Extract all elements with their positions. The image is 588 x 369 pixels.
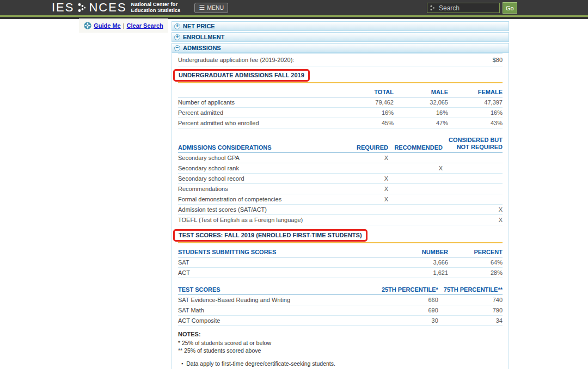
row-value: 690: [374, 305, 438, 316]
row-label: Recommendations: [178, 184, 334, 194]
expand-icon: +: [174, 34, 180, 40]
table-header-row: TEST SCORES 25TH PERCENTILE* 75TH PERCEN…: [178, 285, 503, 295]
row-value: 1,621: [394, 268, 448, 278]
row-value: [334, 205, 388, 215]
table-row: Percent admitted who enrolled45%47%43%: [178, 118, 503, 128]
search-input[interactable]: [438, 4, 497, 13]
row-label: Percent admitted who enrolled: [178, 118, 339, 128]
table-header-row: TOTAL MALE FEMALE: [178, 87, 503, 97]
logo-nces-text: NCES: [89, 2, 126, 14]
row-value: 43%: [448, 118, 503, 128]
note-bullet: Data apply to first-time degree/certific…: [181, 360, 503, 368]
column-header: TOTAL: [339, 87, 394, 97]
row-value: [443, 194, 503, 205]
row-value: 79,462: [339, 97, 394, 108]
row-value: [334, 163, 388, 174]
expand-icon: +: [174, 23, 180, 29]
column-header: MALE: [394, 87, 448, 97]
section-label: NET PRICE: [183, 23, 215, 29]
logo-ies-text: IES: [52, 2, 74, 14]
institution-detail-panel: + NET PRICE + ENROLLMENT − ADMISSIONS Un…: [171, 21, 509, 369]
table-row: Secondary school recordX: [178, 174, 503, 184]
row-label: TOEFL (Test of English as a Foreign lang…: [178, 215, 334, 225]
go-button[interactable]: Go: [503, 2, 517, 14]
row-value: X: [443, 205, 503, 215]
ies-dots-icon: [78, 2, 86, 13]
section-bar-enrollment[interactable]: + ENROLLMENT: [171, 32, 509, 42]
row-value: [443, 184, 503, 194]
row-value: [388, 153, 443, 163]
table-header-row: STUDENTS SUBMITTING SCORES NUMBER PERCEN…: [178, 247, 503, 257]
row-value: 16%: [394, 108, 448, 118]
row-value: [443, 153, 503, 163]
row-value: 47,397: [448, 97, 503, 108]
row-label: SAT: [178, 257, 394, 268]
table-row: SAT Math690790: [178, 305, 503, 316]
table-row: Formal demonstration of competenciesX: [178, 194, 503, 205]
nces-logo[interactable]: IES NCES: [52, 2, 127, 14]
submitting-scores-table: STUDENTS SUBMITTING SCORES NUMBER PERCEN…: [178, 247, 503, 278]
link-separator: |: [123, 22, 125, 29]
column-header: CONSIDERED BUT NOT REQUIRED: [443, 135, 503, 153]
row-label: SAT Evidence-Based Reading and Writing: [178, 295, 374, 305]
row-value: X: [334, 153, 388, 163]
percentile-table: TEST SCORES 25TH PERCENTILE* 75TH PERCEN…: [178, 285, 503, 326]
undergrad-admissions-heading-group: UNDERGRADUATE ADMISSIONS FALL 2019: [178, 69, 503, 83]
table-row: Number of applicants79,46232,06547,397: [178, 97, 503, 108]
table-title: TEST SCORES: [178, 285, 374, 295]
menu-button[interactable]: ☰ MENU: [194, 3, 228, 13]
table-row: Percent admitted16%16%16%: [178, 108, 503, 118]
table-row: Secondary school GPAX: [178, 153, 503, 163]
notes-block: NOTES: * 25% of students scored at or be…: [178, 330, 503, 369]
table-row: ACT1,62128%: [178, 268, 503, 278]
note-line: ** 25% of students scored above: [178, 347, 503, 355]
notes-title: NOTES:: [178, 330, 503, 339]
nces-tagline: National Center for Education Statistics: [131, 2, 181, 13]
row-value: [388, 205, 443, 215]
column-header: RECOMMENDED: [388, 135, 443, 153]
column-header: REQUIRED: [334, 135, 388, 153]
row-label: Secondary school rank: [178, 163, 334, 174]
row-value: X: [443, 215, 503, 225]
application-fee-value: $80: [493, 57, 503, 63]
table-title: STUDENTS SUBMITTING SCORES: [178, 247, 394, 257]
row-label: Secondary school record: [178, 174, 334, 184]
note-bullet-list: Data apply to first-time degree/certific…: [181, 360, 503, 369]
section-bar-admissions[interactable]: − ADMISSIONS: [171, 43, 509, 53]
row-label: Percent admitted: [178, 108, 339, 118]
row-value: 45%: [339, 118, 394, 128]
row-value: [388, 184, 443, 194]
column-header: 25TH PERCENTILE*: [374, 285, 438, 295]
row-label: Number of applicants: [178, 97, 339, 108]
row-value: 740: [438, 295, 503, 305]
row-value: 28%: [448, 268, 503, 278]
row-value: X: [334, 194, 388, 205]
search-box: [427, 3, 500, 13]
guide-me-icon: [84, 22, 91, 29]
note-line: * 25% of students scored at or below: [178, 339, 503, 347]
section-bar-net-price[interactable]: + NET PRICE: [171, 21, 509, 31]
row-value: X: [388, 163, 443, 174]
section-label: ADMISSIONS: [183, 45, 221, 51]
row-label: ACT: [178, 268, 394, 278]
row-value: 16%: [448, 108, 503, 118]
section-label: ENROLLMENT: [183, 34, 224, 40]
row-value: X: [334, 174, 388, 184]
table-row: ACT Composite3034: [178, 316, 503, 326]
clear-search-link[interactable]: Clear Search: [127, 22, 163, 29]
highlight-box-undergrad-admissions: UNDERGRADUATE ADMISSIONS FALL 2019: [173, 69, 310, 82]
sidebar-links: Guide Me | Clear Search: [79, 19, 168, 33]
row-label: ACT Composite: [178, 316, 374, 326]
table-row: Admission test scores (SAT/ACT)X: [178, 205, 503, 215]
considerations-table: ADMISSIONS CONSIDERATIONS REQUIRED RECOM…: [178, 135, 503, 225]
row-value: 3,666: [394, 257, 448, 268]
row-value: [443, 174, 503, 184]
row-value: X: [334, 184, 388, 194]
table-row: Secondary school rankX: [178, 163, 503, 174]
applicants-table: TOTAL MALE FEMALE Number of applicants79…: [178, 87, 503, 128]
row-value: 34: [438, 316, 503, 326]
guide-me-link[interactable]: Guide Me: [94, 22, 121, 29]
table-title: ADMISSIONS CONSIDERATIONS: [178, 135, 334, 153]
row-label: Admission test scores (SAT/ACT): [178, 205, 334, 215]
row-value: [334, 215, 388, 225]
